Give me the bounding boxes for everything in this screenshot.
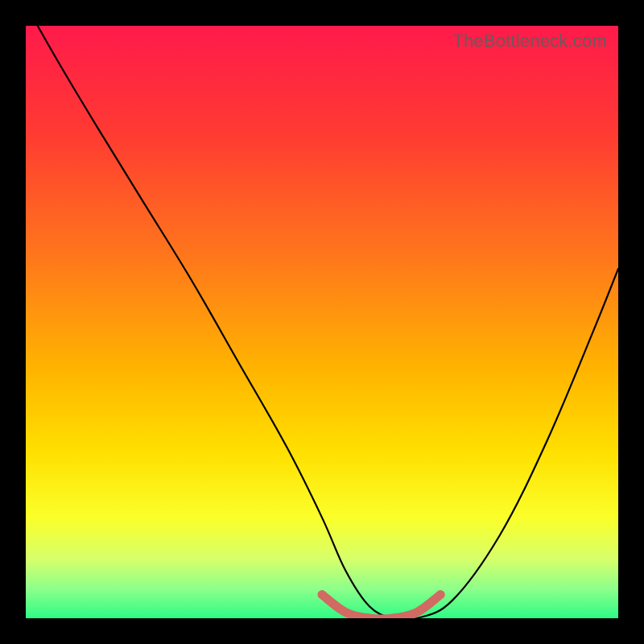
watermark-text: TheBottleneck.com — [452, 31, 607, 52]
chart-frame: TheBottleneck.com — [0, 0, 644, 644]
plot-area: TheBottleneck.com — [26, 26, 618, 618]
chart-svg — [26, 26, 618, 618]
gradient-background — [26, 26, 618, 618]
